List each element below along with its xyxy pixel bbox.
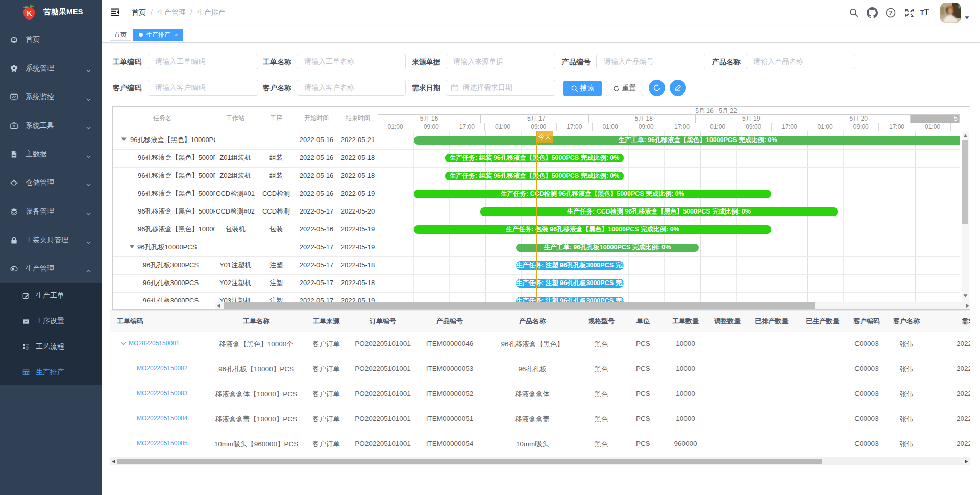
svg-text:?: ? [889,10,892,16]
svg-text:K: K [27,9,32,17]
